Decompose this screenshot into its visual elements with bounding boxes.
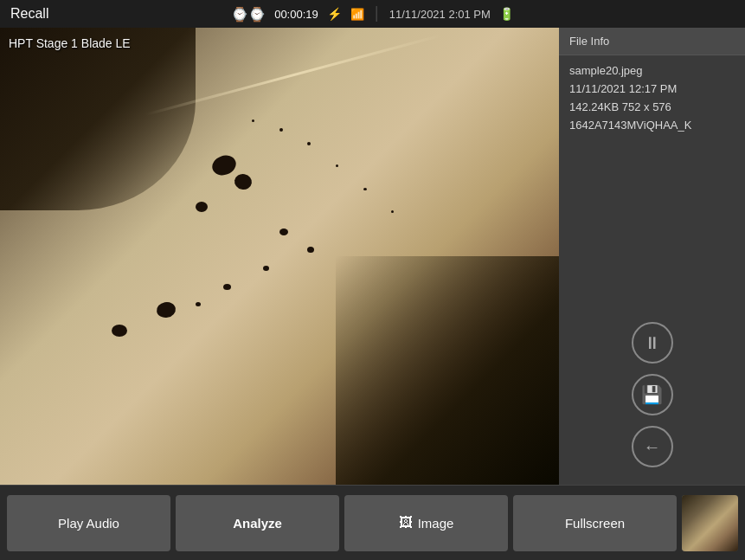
save-button[interactable]: 💾 [632,374,673,415]
main-content: HPT Stage 1 Blade LE [0,28,745,485]
thumbnail-image [682,495,738,551]
divider [376,6,377,22]
play-audio-label: Play Audio [58,516,119,531]
file-datetime: 11/11/2021 12:17 PM [569,82,735,95]
battery-icon [499,7,514,21]
spot-7 [223,284,231,290]
image-panel: HPT Stage 1 Blade LE [0,28,559,485]
back-icon: ← [644,437,661,457]
fullscreen-button[interactable]: Fullscreen [513,495,677,551]
pit-3 [363,188,367,190]
file-size-dims: 142.24KB 752 x 576 [569,100,735,113]
file-hash: 1642A7143MViQHAA_K [569,119,735,132]
back-button[interactable]: ← [632,426,673,467]
spot-6 [263,266,269,271]
pause-button[interactable]: ⏸ [632,322,673,364]
save-icon: 💾 [641,384,663,405]
play-audio-button[interactable]: Play Audio [7,495,170,551]
bottom-bar: Play Audio Analyze 🖼 Image Fullscreen [0,485,745,560]
sync-icon: ⌚ [231,6,266,23]
shadow-bottom-right [336,256,559,485]
thumbnail-button[interactable] [682,495,738,551]
spot-3 [196,202,208,212]
image-label-btn: Image [418,516,454,531]
bluetooth-icon [327,7,342,21]
file-info-content: sample20.jpeg 11/11/2021 12:17 PM 142.24… [559,55,745,140]
right-controls: ⏸ 💾 ← [559,140,745,485]
fullscreen-label: Fullscreen [565,516,625,531]
titlebar-center: ⌚ 00:00:19 11/11/2021 2:01 PM [231,6,514,23]
filename: sample20.jpeg [569,64,735,77]
datetime-display: 11/11/2021 2:01 PM [389,8,491,21]
analyze-button[interactable]: Analyze [176,495,339,551]
pause-icon: ⏸ [644,333,661,353]
analyze-label: Analyze [233,516,282,531]
image-button[interactable]: 🖼 Image [344,495,508,551]
pit-5 [252,119,254,122]
timer-display: 00:00:19 [274,8,318,21]
titlebar: Recall ⌚ 00:00:19 11/11/2021 2:01 PM [0,0,745,28]
wifi-icon [350,7,364,21]
app-title: Recall [10,6,48,22]
blade-image [0,28,559,485]
file-info-header: File Info [559,28,745,55]
image-icon: 🖼 [399,515,413,531]
info-panel: File Info sample20.jpeg 11/11/2021 12:17… [559,28,745,485]
image-label: HPT Stage 1 Blade LE [9,36,131,50]
spot-8 [196,302,201,306]
